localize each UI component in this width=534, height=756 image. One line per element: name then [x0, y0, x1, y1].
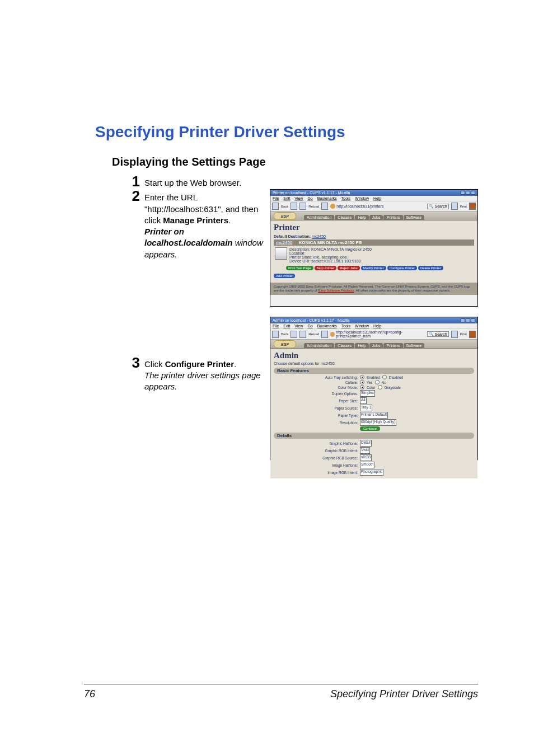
tab-administration[interactable]: Administration	[304, 215, 334, 220]
g-rgb-select[interactable]: Vivid	[360, 447, 370, 454]
page-footer: 76 Specifying Printer Driver Settings	[84, 688, 478, 700]
reload-icon[interactable]	[299, 203, 306, 210]
admin-subtext: Choose default options for mc2450.	[274, 361, 474, 365]
url-bar[interactable]: http://localhost:631/printers	[330, 204, 425, 209]
menu-window-2[interactable]: Window	[355, 324, 369, 328]
stop-icon-2[interactable]	[321, 331, 328, 338]
step-2-text: Enter the URL "http://localhost:631", an…	[144, 189, 268, 260]
window-title-text-2: Admin on localhost - CUPS v1.1.17 - Mozi…	[273, 318, 350, 322]
continue-button[interactable]: Continue	[360, 426, 380, 431]
menu-file[interactable]: File	[273, 196, 279, 200]
menu-help-2[interactable]: Help	[373, 324, 381, 328]
print-test-page-button[interactable]: Print Test Page	[286, 266, 313, 270]
desc-value: KONICA MINOLTA magicolor 2450	[311, 247, 372, 251]
search-label: Search	[434, 204, 447, 208]
back-icon-2[interactable]	[272, 331, 279, 338]
menu-tools[interactable]: Tools	[341, 196, 350, 200]
forward-icon-2[interactable]	[291, 331, 297, 338]
collate-yes-radio[interactable]	[360, 380, 364, 384]
papertype-select[interactable]: Printer's Default	[360, 412, 388, 419]
step-1: 1 Start up the Web browser.	[123, 174, 478, 189]
colormode-color-label: Color	[367, 386, 376, 389]
i-halftone-select[interactable]: Smooth	[360, 462, 374, 468]
close-icon-2[interactable]	[471, 318, 475, 322]
reload-icon-2[interactable]	[299, 331, 306, 338]
autotray-enabled-radio[interactable]	[360, 375, 364, 379]
forward-icon[interactable]	[291, 203, 297, 210]
group-basic-features: Basic Features	[274, 368, 474, 374]
colormode-gray-label: Grayscale	[385, 386, 401, 389]
add-printer-button[interactable]: Add Printer	[274, 274, 295, 278]
papersrc-label: Paper Source:	[274, 406, 358, 410]
maximize-icon[interactable]	[466, 191, 470, 195]
papersrc-select[interactable]: Tray 1	[360, 405, 372, 411]
colormode-color-radio[interactable]	[360, 385, 364, 389]
tab-software[interactable]: Software	[404, 215, 425, 220]
resolution-select[interactable]: 600dpi (High Quality)	[360, 419, 396, 426]
menu-go-2[interactable]: Go	[307, 324, 312, 328]
tab-jobs-2[interactable]: Jobs	[369, 343, 383, 348]
tab-classes[interactable]: Classes	[335, 215, 354, 220]
collate-no-radio[interactable]	[375, 380, 380, 384]
menu-edit[interactable]: Edit	[283, 196, 290, 200]
menu-tools-2[interactable]: Tools	[341, 324, 350, 328]
printer-actions: Print Test Page Stop Printer Reject Jobs…	[286, 266, 474, 270]
step-1-number: 1	[123, 174, 140, 189]
autotray-disabled-radio[interactable]	[382, 375, 387, 379]
opt-i-halftone: Image Halftone: Smooth	[274, 462, 474, 468]
details-options: Graphic Halftone: Detail Graphic RGB Int…	[274, 440, 474, 476]
tab-administration-2[interactable]: Administration	[304, 343, 334, 348]
menu-bookmarks-2[interactable]: Bookmarks	[317, 324, 337, 328]
colormode-gray-radio[interactable]	[378, 385, 382, 389]
basic-options: Auto Tray switching: Enabled Disabled Co…	[274, 375, 474, 431]
tab-help-2[interactable]: Help	[355, 343, 368, 348]
tab-printers-2[interactable]: Printers	[383, 343, 402, 348]
modify-printer-button[interactable]: Modify Printer	[361, 266, 386, 270]
configure-printer-button[interactable]: Configure Printer	[387, 266, 417, 270]
menu-view-2[interactable]: View	[294, 324, 303, 328]
tab-software-2[interactable]: Software	[404, 343, 425, 348]
search-button[interactable]: 🔍 Search	[427, 204, 448, 209]
window-controls-2	[461, 318, 475, 322]
tab-printers[interactable]: Printers	[383, 215, 402, 220]
i-rgb-label: Image RGB Intent:	[274, 471, 358, 475]
duplex-select[interactable]: Simplex	[360, 390, 375, 397]
minimize-icon-2[interactable]	[461, 318, 465, 322]
opt-papersize: Paper Size: A4	[274, 397, 474, 404]
opt-duplex: Duplex Options: Simplex	[274, 390, 474, 397]
search-button-2[interactable]: 🔍 Search	[427, 331, 448, 337]
reject-jobs-button[interactable]: Reject Jobs	[338, 266, 359, 270]
stop-printer-button[interactable]: Stop Printer	[315, 266, 337, 270]
opt-autotray: Auto Tray switching: Enabled Disabled	[274, 375, 474, 379]
menu-file-2[interactable]: File	[273, 324, 279, 328]
delete-printer-button[interactable]: Delete Printer	[418, 266, 443, 270]
print-icon[interactable]	[451, 203, 458, 210]
print-icon-2[interactable]	[451, 331, 458, 338]
autotray-disabled-label: Disabled	[389, 375, 403, 379]
menu-window[interactable]: Window	[355, 196, 369, 200]
reload-label-2: Reload	[308, 332, 319, 336]
default-dest-link[interactable]: mc2450	[312, 234, 326, 238]
menu-go[interactable]: Go	[307, 196, 312, 200]
back-icon[interactable]	[272, 203, 279, 210]
i-rgb-select[interactable]: Photographic	[360, 469, 383, 476]
uri-value: socket://192.168.1.103:9100	[311, 259, 360, 263]
tab-classes-2[interactable]: Classes	[335, 343, 354, 348]
close-icon[interactable]	[471, 191, 475, 195]
g-halftone-select[interactable]: Detail	[360, 440, 372, 447]
menu-view[interactable]: View	[294, 196, 303, 200]
maximize-icon-2[interactable]	[466, 318, 470, 322]
stop-icon[interactable]	[321, 203, 328, 210]
tab-jobs[interactable]: Jobs	[369, 215, 383, 220]
papersize-select[interactable]: A4	[360, 397, 367, 404]
state-value: idle, accepting jobs.	[313, 255, 348, 259]
printer-name-link[interactable]: mc2450	[276, 240, 292, 245]
menu-edit-2[interactable]: Edit	[283, 324, 290, 328]
menu-help[interactable]: Help	[373, 196, 381, 200]
url-bar-2[interactable]: http://localhost:631/admin/?op=config-pr…	[330, 330, 425, 338]
menu-bookmarks[interactable]: Bookmarks	[317, 196, 337, 200]
tab-help[interactable]: Help	[355, 215, 368, 220]
g-rgbsrc-select[interactable]: sRGB	[360, 454, 372, 461]
copyright-link[interactable]: Easy Software Products	[318, 289, 354, 292]
minimize-icon[interactable]	[461, 191, 465, 195]
